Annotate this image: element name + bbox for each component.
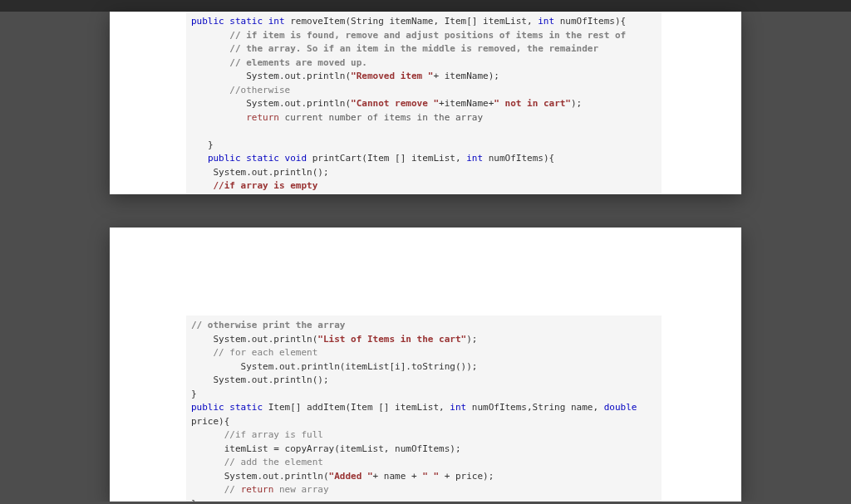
- code: + itemName);: [433, 71, 499, 81]
- page-1: public static int removeItem(String item…: [110, 12, 741, 194]
- comment: //: [224, 484, 241, 495]
- string: "Added ": [329, 471, 373, 482]
- comment: //if array is empty: [214, 180, 318, 191]
- code: printCart(Item [] itemList,: [312, 153, 466, 164]
- string: " not in cart": [494, 98, 571, 109]
- kw-return: return: [241, 484, 274, 495]
- comment: // otherwise print the array: [191, 320, 345, 330]
- brace: }: [208, 139, 214, 150]
- code-block-1: public static int removeItem(String item…: [186, 12, 662, 194]
- code: + price);: [439, 471, 494, 482]
- comment: // if item is found, remove and adjust p…: [229, 30, 626, 41]
- code: );: [466, 334, 477, 345]
- comment: // the array. So if an item in the middl…: [229, 43, 598, 54]
- code: System.out.println(itemList[i].toString(…: [241, 361, 478, 372]
- kw: int: [538, 16, 560, 27]
- code: current number of items in the array: [285, 112, 483, 123]
- code-block-2: // otherwise print the array System.out.…: [186, 316, 662, 502]
- code: Item[]: [268, 402, 307, 413]
- string: "List of Items in the cart": [317, 334, 466, 345]
- code: );: [571, 98, 582, 109]
- kw: public static void: [208, 153, 312, 164]
- code: removeItem(String itemName, Item[] itemL…: [290, 16, 538, 27]
- code: System.out.println(: [224, 471, 329, 482]
- code: System.out.println();: [214, 167, 329, 178]
- comment: new array: [273, 484, 328, 495]
- string: " ": [422, 471, 439, 482]
- page-gap: [110, 194, 741, 228]
- code: numOfItems){: [489, 153, 554, 164]
- string: "Cannot remove ": [351, 98, 439, 109]
- kw: int: [450, 402, 472, 413]
- page-2: // otherwise print the array System.out.…: [110, 228, 741, 502]
- comment: // elements are moved up.: [229, 57, 367, 68]
- code: System.out.println(: [246, 71, 351, 81]
- code: addItem(Item [] itemList,: [307, 402, 450, 413]
- kw-return: return: [246, 112, 284, 123]
- code: );: [499, 194, 510, 195]
- code: +itemName+: [439, 98, 494, 109]
- code: System.out.println(: [246, 98, 351, 109]
- code: price){: [191, 416, 229, 427]
- app-toolbar: [0, 0, 851, 12]
- string: "Removed item ": [351, 71, 433, 81]
- comment: // for each element: [214, 347, 318, 358]
- code: System.out.println(: [219, 194, 323, 195]
- brace: }: [191, 389, 197, 399]
- code: System.out.println();: [214, 374, 329, 385]
- code: numOfItems){: [560, 16, 626, 27]
- comment: //otherwise: [229, 85, 290, 95]
- code: numOfItems,String name,: [472, 402, 604, 413]
- kw: public static int: [191, 16, 290, 27]
- kw: double: [604, 402, 637, 413]
- string: "There are no items in the cart": [323, 194, 499, 195]
- comment: // add the element: [224, 457, 323, 467]
- kw: int: [466, 153, 489, 164]
- page-stack: public static int removeItem(String item…: [110, 12, 741, 502]
- brace: }: [191, 498, 197, 502]
- code: + name +: [373, 471, 423, 482]
- kw: public static: [191, 402, 268, 413]
- code: itemList = copyArray(itemList, numOfItem…: [224, 443, 461, 454]
- comment: //if array is full: [224, 429, 323, 440]
- code: System.out.println(: [214, 334, 318, 345]
